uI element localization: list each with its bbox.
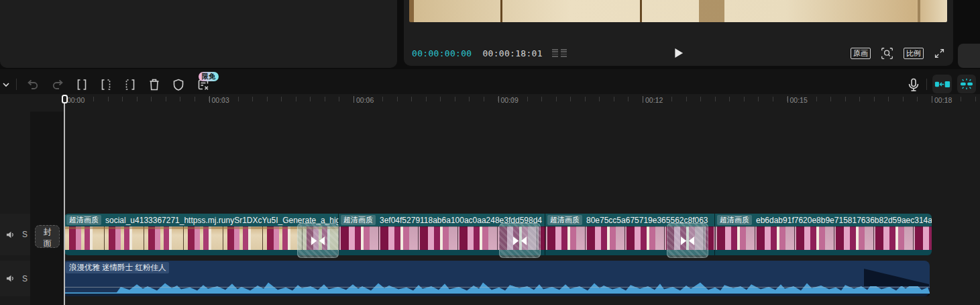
transition-effect[interactable] bbox=[297, 223, 339, 258]
media-panel bbox=[0, 0, 397, 68]
audio-track-header: S bbox=[0, 261, 30, 296]
transition-bowtie-icon bbox=[679, 236, 696, 246]
cover-button[interactable]: 封面 bbox=[35, 225, 60, 248]
pre-zero-strip bbox=[30, 112, 64, 305]
undo-icon[interactable] bbox=[25, 77, 40, 92]
fullscreen-icon[interactable] bbox=[934, 48, 945, 59]
preview-zoom-icon[interactable] bbox=[881, 47, 893, 60]
player-controls: 00:00:00:00 00:00:18:01 原画 比例 bbox=[404, 43, 953, 63]
transition-effect[interactable] bbox=[499, 223, 541, 258]
speaker-icon[interactable] bbox=[5, 274, 15, 283]
video-track: 超清画质 social_u4133367271_httpss.mj.runySr… bbox=[64, 214, 932, 255]
toolbar-divider bbox=[16, 79, 17, 90]
playhead-handle[interactable] bbox=[62, 95, 68, 103]
clip-footer bbox=[715, 250, 932, 255]
microphone-icon[interactable] bbox=[906, 77, 922, 93]
toolbar-divider bbox=[926, 79, 927, 90]
total-duration: 00:00:18:01 bbox=[482, 48, 542, 58]
frame-list-icon[interactable] bbox=[552, 49, 567, 58]
quality-badge: 超清画质 bbox=[66, 215, 101, 225]
beautify-icon[interactable] bbox=[957, 75, 976, 93]
volume-line[interactable] bbox=[64, 287, 930, 288]
video-editor-app: 00:00:00:00 00:00:18:01 原画 比例 bbox=[0, 0, 980, 305]
play-button[interactable] bbox=[673, 48, 684, 59]
ruler-label: 00:03 bbox=[212, 96, 229, 104]
video-track-header: S bbox=[0, 214, 30, 255]
transition-bowtie-icon bbox=[310, 236, 326, 246]
speaker-icon[interactable] bbox=[5, 230, 15, 239]
preview-right-controls: 原画 比例 bbox=[851, 47, 945, 60]
ruler-label: 00:18 bbox=[934, 96, 952, 104]
audio-clip[interactable]: 浪漫优雅 迷情爵士 红粉佳人 bbox=[64, 261, 930, 296]
audio-clip-name: 浪漫优雅 迷情爵士 红粉佳人 bbox=[66, 262, 169, 273]
original-quality-button[interactable]: 原画 bbox=[851, 48, 871, 59]
player-panel: 00:00:00:00 00:00:18:01 原画 比例 bbox=[404, 0, 953, 66]
split-keep-right-icon[interactable] bbox=[122, 77, 138, 93]
mask-icon[interactable] bbox=[170, 77, 186, 93]
ruler-label: 00:06 bbox=[356, 96, 374, 104]
split-keep-left-icon[interactable] bbox=[98, 77, 114, 93]
aspect-ratio-button[interactable]: 比例 bbox=[904, 48, 924, 59]
clip-label-bar: 超清画质 eb6dab91f7620e8b9e715817636b82d59ae… bbox=[715, 214, 932, 226]
play-icon bbox=[673, 48, 684, 59]
preview-video-frame bbox=[409, 0, 947, 22]
quality-badge: 超清画质 bbox=[547, 215, 582, 225]
transition-effect[interactable] bbox=[667, 223, 708, 258]
clip-filename: eb6dab91f7620e8b9e715817636b82d59aec314a… bbox=[756, 216, 932, 225]
ruler-label: 00:00 bbox=[67, 96, 85, 104]
audio-bottom-shade bbox=[64, 294, 930, 296]
limited-free-badge: 限免 bbox=[199, 72, 219, 81]
current-timecode: 00:00:00:00 bbox=[412, 48, 472, 58]
fade-out-wedge bbox=[864, 269, 929, 286]
split-icon[interactable] bbox=[74, 77, 90, 93]
quality-badge: 超清画质 bbox=[341, 215, 376, 225]
delete-icon[interactable] bbox=[146, 77, 162, 93]
chevron-down-icon[interactable] bbox=[1, 80, 11, 89]
audio-waveform bbox=[64, 279, 930, 294]
solo-button[interactable]: S bbox=[22, 274, 28, 284]
right-panel-corner bbox=[958, 44, 980, 68]
timeline-area: 00:00 00:03 00:06 00:09 00:12 00:15 00:1… bbox=[0, 94, 980, 305]
solo-button[interactable]: S bbox=[22, 230, 28, 239]
time-ruler[interactable]: 00:00 00:03 00:06 00:09 00:12 00:15 00:1… bbox=[0, 94, 980, 112]
clip-thumbnails bbox=[715, 226, 932, 250]
ruler-ticks: 00:00 00:03 00:06 00:09 00:12 00:15 00:1… bbox=[64, 94, 980, 112]
redo-icon[interactable] bbox=[50, 77, 65, 92]
quality-badge: 超清画质 bbox=[717, 215, 752, 225]
auto-snap-icon[interactable] bbox=[932, 75, 952, 93]
ruler-label: 00:15 bbox=[790, 96, 808, 104]
ruler-label: 00:09 bbox=[501, 96, 519, 104]
ruler-label: 00:12 bbox=[645, 96, 663, 104]
transition-bowtie-icon bbox=[512, 236, 528, 246]
playhead-line bbox=[64, 103, 65, 305]
video-clip[interactable]: 超清画质 eb6dab91f7620e8b9e715817636b82d59ae… bbox=[715, 214, 932, 255]
